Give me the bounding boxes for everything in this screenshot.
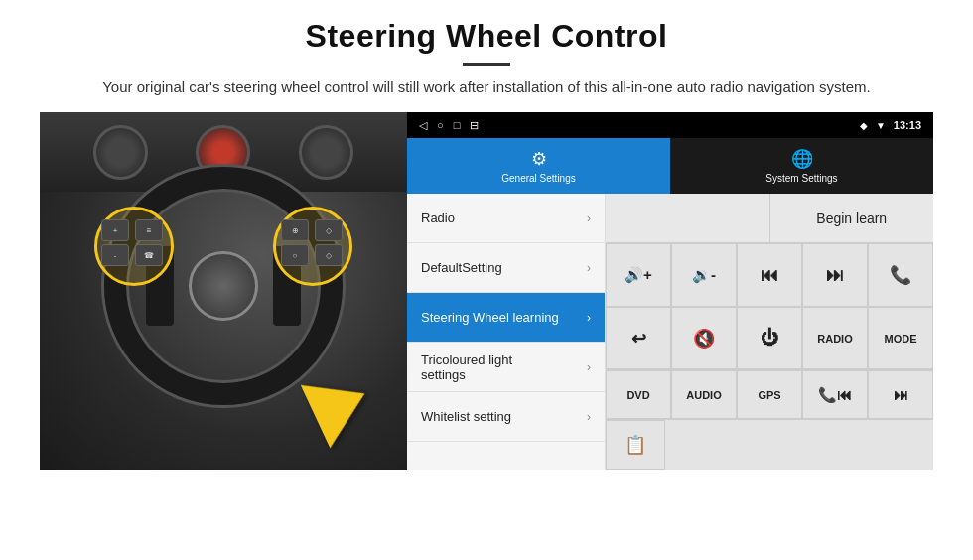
skip-next-icon: ⏭	[894, 386, 908, 403]
grid-btn-dvd[interactable]: DVD	[606, 370, 671, 419]
next-track-icon: ⏭	[826, 265, 844, 286]
status-time: 13:13	[894, 119, 921, 131]
grid-btn-mute[interactable]: 🔇	[671, 307, 737, 370]
menu-item-whitelist[interactable]: Whitelist setting ›	[407, 392, 605, 442]
wifi-icon: ▼	[876, 120, 886, 131]
audio-label: AUDIO	[686, 389, 721, 401]
dvd-label: DVD	[626, 389, 649, 401]
grid-btn-radio[interactable]: RADIO	[802, 307, 868, 370]
android-ui: ◁ ○ □ ⊟ ◆ ▼ 13:13 ⚙ General Settings	[407, 112, 933, 470]
hang-up-icon: ↩	[631, 328, 646, 350]
menu-item-tricoloured[interactable]: Tricoloured lightsettings ›	[407, 343, 605, 392]
vol-down-icon: 🔉-	[692, 266, 716, 284]
page-title: Steering Wheel Control	[40, 18, 933, 55]
sw-btn-vol-down: -	[101, 244, 129, 266]
status-right-area: ◆ ▼ 13:13	[860, 119, 921, 131]
grid-btn-power[interactable]: ⏻	[737, 307, 802, 370]
phone-icon: 📞	[890, 264, 911, 286]
menu-item-radio[interactable]: Radio ›	[407, 194, 605, 243]
grid-btn-prev-track[interactable]: ⏮	[737, 243, 802, 307]
chevron-default-icon: ›	[587, 261, 591, 275]
menu-item-radio-label: Radio	[421, 210, 455, 225]
arrow-overlay	[313, 370, 367, 440]
sw-btn-next: ◇	[315, 219, 343, 241]
status-nav-icons: ◁ ○ □ ⊟	[419, 119, 479, 132]
main-content: Radio › DefaultSetting › Steering Wheel …	[407, 194, 933, 470]
title-section: Steering Wheel Control Your original car…	[40, 18, 933, 112]
sw-btn-mode: ≡	[135, 219, 163, 241]
grid-btn-skip-next[interactable]: ⏭	[868, 370, 933, 419]
mute-icon: 🔇	[693, 328, 715, 350]
grid-btn-vol-down[interactable]: 🔉-	[671, 243, 737, 307]
menu-item-steering-wheel[interactable]: Steering Wheel learning ›	[407, 293, 605, 343]
menu-list: Radio › DefaultSetting › Steering Wheel …	[407, 194, 606, 470]
tab-system-settings[interactable]: 🌐 System Settings	[670, 138, 933, 194]
empty-input-box	[606, 194, 770, 242]
content-row: + ≡ - ☎ ⊕ ◇ ○ ◇	[40, 112, 933, 470]
grid-btn-next-track[interactable]: ⏭	[802, 243, 868, 307]
back-nav-icon[interactable]: ◁	[419, 119, 427, 132]
system-settings-icon: 🌐	[791, 148, 813, 170]
list-icon: 📋	[625, 434, 646, 456]
tab-bar: ⚙ General Settings 🌐 System Settings	[407, 138, 933, 194]
grid-btn-vol-up[interactable]: 🔊+	[606, 243, 671, 307]
sw-btn-prev: ⊕	[281, 219, 309, 241]
home-nav-icon[interactable]: ○	[437, 119, 444, 131]
last-icon-row: 📋	[606, 420, 933, 470]
wheel-hub	[189, 251, 258, 321]
grid-btn-phone-prev[interactable]: 📞⏮	[802, 370, 868, 419]
menu-item-steering-label: Steering Wheel learning	[421, 310, 559, 325]
tab-general-settings[interactable]: ⚙ General Settings	[407, 138, 670, 194]
page-container: Steering Wheel Control Your original car…	[0, 0, 973, 560]
chevron-steering-icon: ›	[587, 311, 591, 325]
wheel-rim	[104, 167, 343, 405]
empty-last-area	[665, 420, 933, 470]
steering-photo: + ≡ - ☎ ⊕ ◇ ○ ◇	[40, 112, 407, 470]
tab-system-label: System Settings	[765, 173, 837, 184]
sw-btn-vol-up: +	[101, 219, 129, 241]
wheel-background: + ≡ - ☎ ⊕ ◇ ○ ◇	[40, 112, 407, 470]
grid-btn-hang-up[interactable]: ↩	[606, 307, 671, 370]
general-settings-icon: ⚙	[531, 148, 547, 170]
recents-nav-icon[interactable]: □	[454, 119, 461, 131]
power-icon: ⏻	[761, 328, 778, 349]
status-bar: ◁ ○ □ ⊟ ◆ ▼ 13:13	[407, 112, 933, 138]
phone-prev-icon: 📞⏮	[818, 386, 852, 404]
grid-btn-phone[interactable]: 📞	[868, 243, 933, 307]
vol-up-icon: 🔊+	[625, 266, 652, 284]
menu-item-default-label: DefaultSetting	[421, 260, 502, 275]
tab-general-label: General Settings	[501, 173, 576, 184]
begin-learn-button[interactable]: Begin learn	[770, 194, 934, 242]
sw-btn-r3: ○	[281, 244, 309, 266]
grid-btn-audio[interactable]: AUDIO	[671, 370, 737, 419]
mode-label: MODE	[885, 333, 917, 345]
sw-btn-phone: ☎	[135, 244, 163, 266]
button-cluster-left: + ≡ - ☎	[101, 219, 166, 266]
gps-label: GPS	[758, 389, 780, 401]
grid-btn-gps[interactable]: GPS	[737, 370, 802, 419]
right-panel: Begin learn 🔊+ 🔉- ⏮	[606, 194, 933, 470]
grid-btn-list[interactable]: 📋	[606, 420, 665, 470]
menu-item-whitelist-label: Whitelist setting	[421, 409, 511, 424]
subtitle: Your original car's steering wheel contr…	[79, 75, 894, 98]
button-grid-bottom: DVD AUDIO GPS 📞⏮ ⏭	[606, 370, 933, 420]
grid-btn-mode[interactable]: MODE	[868, 307, 933, 370]
sw-btn-r4: ◇	[315, 244, 343, 266]
gauge-right	[299, 125, 353, 180]
menu-item-tricoloured-label: Tricoloured lightsettings	[421, 352, 512, 382]
gauge-left	[93, 125, 148, 180]
prev-track-icon: ⏮	[761, 265, 778, 286]
chevron-tricoloured-icon: ›	[587, 360, 591, 374]
chevron-radio-icon: ›	[587, 211, 591, 225]
title-divider	[463, 63, 510, 66]
menu-item-default-setting[interactable]: DefaultSetting ›	[407, 243, 605, 293]
menu-nav-icon[interactable]: ⊟	[470, 119, 479, 132]
radio-label: RADIO	[817, 333, 852, 345]
direction-arrow	[301, 362, 379, 449]
chevron-whitelist-icon: ›	[587, 410, 591, 424]
button-grid-top: 🔊+ 🔉- ⏮ ⏭ 📞	[606, 243, 933, 370]
button-cluster-right: ⊕ ◇ ○ ◇	[281, 219, 346, 266]
location-icon: ◆	[860, 120, 868, 131]
panel-top-row: Begin learn	[606, 194, 933, 243]
